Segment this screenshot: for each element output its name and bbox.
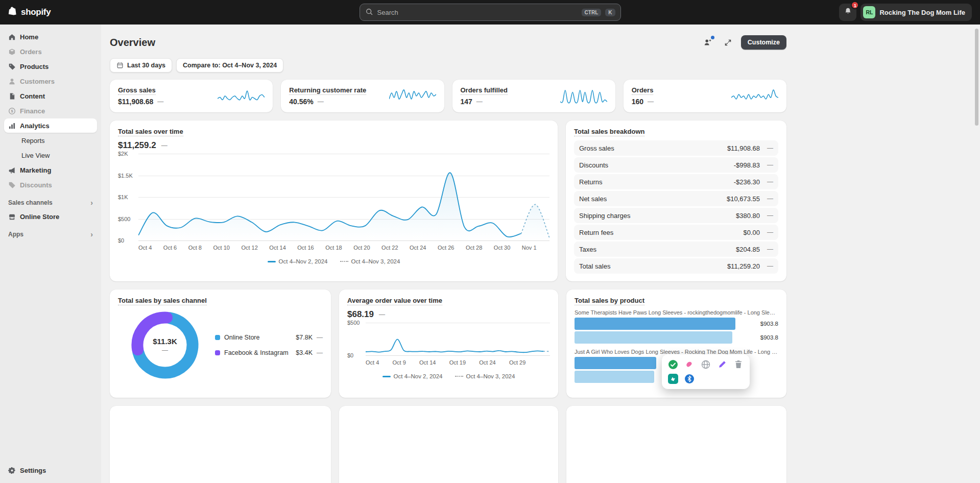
card-title-link[interactable]: Total sales by product [575, 297, 644, 305]
page-scrollbar-thumb[interactable] [975, 29, 978, 126]
kpi-title-link[interactable]: Orders [632, 86, 654, 95]
pen-extension-icon[interactable] [716, 359, 727, 370]
sales-channels-header[interactable]: Sales channels › [4, 199, 97, 206]
store-menu-button[interactable]: RL Rocking The Dog Mom Life [861, 4, 972, 21]
shopify-logo[interactable]: shopify [8, 6, 51, 18]
product-label[interactable]: Some Therapists Have Paws Long Sleeves -… [575, 309, 778, 316]
breakdown-row: Discounts-$998.83— [574, 157, 778, 173]
apps-header[interactable]: Apps › [4, 231, 97, 238]
kpi-title-link[interactable]: Orders fulfilled [461, 86, 508, 95]
kpi-title-link[interactable]: Returning customer rate [289, 86, 366, 95]
bell-icon [844, 7, 852, 17]
analytics-icon [8, 122, 16, 130]
sidebar-item-discounts[interactable]: Discounts [4, 178, 97, 192]
bluetooth-extension-icon[interactable] [684, 373, 695, 384]
sidebar-item-reports[interactable]: Reports [4, 133, 97, 148]
fullscreen-button[interactable] [721, 35, 736, 50]
total-sales-over-time-card: Total sales over time $11,259.2— $2K $1.… [110, 120, 558, 281]
sidebar-item-analytics[interactable]: Analytics [4, 118, 97, 133]
browser-extension-popup [662, 354, 750, 389]
pink-extension-icon[interactable] [684, 359, 695, 370]
search-icon [365, 8, 373, 17]
globe-extension-icon[interactable] [700, 359, 711, 370]
chart-legend: Oct 4–Nov 2, 2024 Oct 4–Nov 3, 2024 [347, 373, 550, 379]
notifications-button[interactable]: 1 [839, 4, 856, 21]
sidebar: Home Orders Products Customers Content $… [0, 25, 101, 483]
y-axis-labels: $2K $1.5K $1K $500 $0 [118, 154, 138, 240]
total-sales-breakdown-card: Total sales breakdown Gross sales$11,908… [566, 120, 786, 281]
global-search[interactable]: CTRL K [360, 4, 621, 21]
shield-check-extension-icon[interactable] [667, 359, 678, 370]
x-axis-labels: Oct 4Oct 9Oct 14Oct 19Oct 24Oct 29 [366, 359, 525, 367]
breakdown-label-link[interactable]: Net sales [579, 195, 727, 203]
sidebar-item-products[interactable]: Products [4, 59, 97, 74]
sidebar-item-orders[interactable]: Orders [4, 44, 97, 59]
sidebar-item-online-store[interactable]: Online Store [4, 209, 97, 224]
sidebar-item-home[interactable]: Home [4, 30, 97, 44]
sidebar-item-live-view[interactable]: Live View [4, 148, 97, 162]
x-axis-labels: Oct 4Oct 6Oct 8Oct 10Oct 12Oct 14Oct 16O… [138, 245, 537, 252]
trash-extension-icon[interactable] [733, 359, 744, 370]
aov-line-chart [366, 323, 550, 355]
breakdown-label-link[interactable]: Return fees [579, 229, 743, 236]
breakdown-label-link[interactable]: Taxes [579, 246, 736, 253]
finance-icon: $ [8, 107, 16, 115]
sidebar-item-settings[interactable]: Settings [4, 463, 97, 477]
svg-text:$: $ [11, 109, 13, 113]
sparkline-chart [560, 88, 607, 104]
products-icon [8, 63, 16, 70]
compare-period-swatch [455, 376, 463, 377]
calendar-icon [116, 62, 124, 69]
chevron-right-icon: › [90, 199, 93, 206]
no-change-dash: — [318, 98, 324, 105]
compare-to-button[interactable]: Compare to: Oct 4–Nov 3, 2024 [176, 58, 283, 73]
kpi-card-returning-rate: Returning customer rate 40.56%— [281, 80, 444, 112]
discounts-icon [8, 181, 16, 189]
current-period-swatch [268, 261, 276, 262]
insights-assistant-button[interactable] [700, 35, 715, 50]
breakdown-row: Gross sales$11,908.68— [574, 140, 778, 156]
content-icon [8, 92, 16, 100]
card-title-link[interactable]: Total sales over time [118, 128, 183, 136]
breakdown-label-link[interactable]: Discounts [579, 161, 734, 169]
chevron-right-icon: › [90, 231, 93, 238]
legend-row: Online Store $7.8K — [215, 334, 323, 341]
sidebar-item-finance[interactable]: $ Finance [4, 104, 97, 118]
card-title-link[interactable]: Average order value over time [347, 297, 442, 305]
next-card-row [110, 406, 786, 483]
shopify-bag-icon [8, 6, 18, 18]
current-period-swatch [383, 376, 391, 377]
card-title-link[interactable]: Total sales breakdown [574, 128, 644, 136]
search-input[interactable] [377, 9, 578, 16]
kpi-card-orders: Orders 160— [624, 80, 786, 112]
breakdown-label-link[interactable]: Shipping charges [579, 212, 736, 220]
assistant-icon [703, 38, 712, 47]
sidebar-item-customers[interactable]: Customers [4, 74, 97, 88]
date-range-button[interactable]: Last 30 days [110, 58, 172, 73]
kpi-card-orders-fulfilled: Orders fulfilled 147— [452, 80, 615, 112]
storefront-icon [8, 213, 16, 221]
notification-badge: 1 [851, 1, 859, 9]
home-icon [8, 33, 16, 41]
breakdown-label-link[interactable]: Returns [579, 178, 734, 186]
breakdown-label-link[interactable]: Total sales [579, 262, 727, 270]
kbd-ctrl: CTRL [582, 9, 602, 16]
kpi-row: Gross sales $11,908.68— Returning custom… [110, 80, 786, 112]
kbd-k: K [605, 9, 615, 16]
orders-icon [8, 48, 16, 56]
customize-button[interactable]: Customize [741, 35, 786, 50]
teal-extension-icon[interactable] [667, 373, 678, 384]
kpi-title-link[interactable]: Gross sales [118, 86, 156, 95]
expand-icon [724, 38, 732, 47]
previous-period-bar [575, 331, 732, 344]
breakdown-row: Total sales$11,259.20— [574, 258, 778, 274]
average-order-value-card: Average order value over time $68.19— $5… [339, 289, 558, 398]
no-change-dash: — [476, 98, 483, 105]
topbar: shopify CTRL K 1 RL Rocking The Dog Mom … [0, 0, 980, 25]
breakdown-label-link[interactable]: Gross sales [579, 144, 727, 152]
card-title-link[interactable]: Total sales by sales channel [118, 297, 207, 305]
sidebar-item-content[interactable]: Content [4, 89, 97, 103]
sidebar-item-marketing[interactable]: Marketing [4, 163, 97, 177]
gear-icon [8, 467, 16, 474]
store-name: Rocking The Dog Mom Life [879, 9, 969, 16]
